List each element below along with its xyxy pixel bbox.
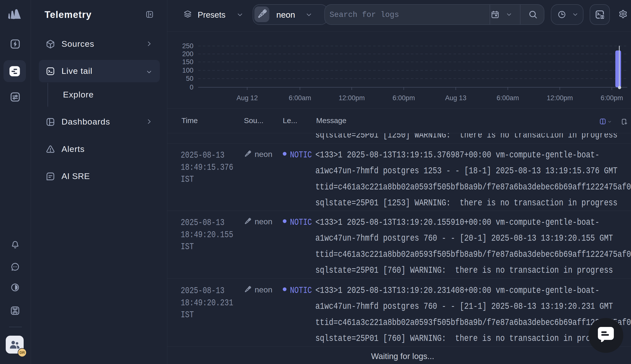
svg-text:250: 250: [182, 42, 193, 50]
svg-text:6:00am: 6:00am: [289, 94, 311, 102]
svg-text:6:00pm: 6:00pm: [393, 94, 415, 102]
svg-text:50: 50: [186, 75, 193, 82]
svg-text:12:00pm: 12:00pm: [547, 94, 573, 102]
svg-text:12:00pm: 12:00pm: [339, 94, 365, 102]
svg-text:Aug 13: Aug 13: [445, 94, 466, 102]
svg-text:6:00am: 6:00am: [497, 94, 519, 102]
svg-text:6:00pm: 6:00pm: [601, 94, 623, 102]
svg-text:200: 200: [182, 50, 193, 58]
svg-text:0: 0: [190, 84, 193, 91]
svg-text:100: 100: [182, 67, 193, 74]
svg-text:Aug 12: Aug 12: [236, 94, 258, 102]
svg-text:150: 150: [182, 58, 193, 66]
